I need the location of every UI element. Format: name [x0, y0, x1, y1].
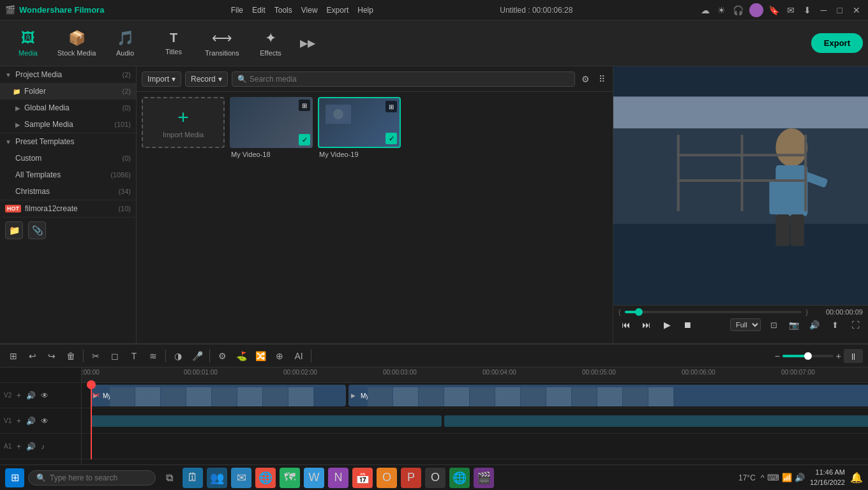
volume-button[interactable]: 🔊	[807, 317, 822, 332]
sidebar-item-filmora12[interactable]: HOT filmora12create (10)	[0, 200, 136, 217]
track-a1-mute[interactable]: 🔊	[25, 441, 37, 452]
video19-thumb[interactable]: ⊞ ✓	[318, 97, 401, 148]
delete-btn[interactable]: 🗑	[63, 348, 79, 364]
step-back-button[interactable]: ⏭	[639, 317, 654, 332]
sidebar-item-christmas[interactable]: Christmas (34)	[0, 183, 136, 200]
track-v1-eye[interactable]: 👁	[40, 415, 50, 427]
clip-video19[interactable]: ▶ My Video-19	[348, 385, 868, 406]
scrubber-track[interactable]	[625, 311, 802, 313]
crop-btn[interactable]: ◻	[107, 348, 123, 364]
pip-button[interactable]: ⊡	[766, 317, 781, 332]
minimize-button[interactable]: ─	[818, 5, 830, 15]
sidebar-add-btn[interactable]: 📎	[28, 221, 46, 239]
sidebar-item-all-templates[interactable]: All Templates (1086)	[0, 167, 136, 183]
scene-detect-btn[interactable]: ⊞	[5, 348, 22, 364]
notification-icon[interactable]: 🔔	[850, 471, 863, 484]
list-item[interactable]: ⊞ ✓ My Video-18	[230, 97, 313, 338]
sidebar-item-sample-media[interactable]: ▶ Sample Media (101)	[0, 116, 136, 133]
taskbar-app-maps[interactable]: 🗺	[280, 468, 300, 488]
sidebar-add-folder-btn[interactable]: 📁	[5, 221, 23, 239]
taskbar-clock[interactable]: 11:46 AM 12/16/2022	[810, 468, 845, 487]
track-v1-add[interactable]: +	[15, 415, 22, 427]
list-item[interactable]: + Import Media	[142, 97, 225, 338]
toolbar-transitions-btn[interactable]: ⟷ Transitions	[199, 23, 245, 64]
taskbar-app-mail[interactable]: ✉	[231, 468, 251, 488]
fullscreen-button[interactable]: ⛶	[848, 317, 863, 332]
taskbar-app-teams[interactable]: 👥	[207, 468, 227, 488]
toolbar-more-btn[interactable]: ▶▶	[296, 37, 319, 49]
zoom-out-icon[interactable]: −	[775, 351, 780, 361]
network-icon[interactable]: 📶	[782, 473, 792, 482]
snap-button[interactable]: ||	[844, 349, 863, 363]
track-v2-mute[interactable]: 🔊	[25, 390, 37, 401]
sidebar-item-project-media[interactable]: ▼ Project Media (2)	[0, 66, 136, 83]
stop-button[interactable]: ⏹	[680, 317, 695, 332]
taskbar-app-outlook-red[interactable]: 📅	[352, 468, 373, 488]
toolbar-stock-btn[interactable]: 📦 Stock Media	[54, 23, 100, 64]
skip-back-button[interactable]: ⏮	[618, 317, 634, 332]
mail-icon[interactable]: ✉	[785, 4, 797, 16]
cut-btn[interactable]: ✂	[87, 348, 104, 364]
track-v1-mute[interactable]: 🔊	[25, 415, 37, 427]
menu-view[interactable]: View	[301, 6, 318, 15]
start-button[interactable]: ⊞	[5, 468, 24, 487]
maximize-button[interactable]: □	[835, 5, 845, 15]
share-button[interactable]: ⬆	[827, 317, 842, 332]
taskbar-app-edge[interactable]: 🗓	[183, 468, 203, 488]
playhead[interactable]: ✂	[91, 383, 92, 459]
stabilize-btn[interactable]: ⊕	[271, 348, 288, 364]
audio-clip-1[interactable]	[91, 415, 442, 427]
play-button[interactable]: ▶	[659, 317, 675, 332]
import-media-thumb[interactable]: + Import Media	[142, 97, 225, 148]
audio-adjust-btn[interactable]: ≋	[145, 348, 161, 364]
cloud-icon[interactable]: ☁	[700, 4, 711, 16]
chevron-icon[interactable]: ^	[761, 473, 765, 482]
taskbar-app-edge2[interactable]: 🌐	[255, 468, 276, 488]
menu-tools[interactable]: Tools	[274, 6, 292, 15]
sidebar-item-global-media[interactable]: ▶ Global Media (0)	[0, 100, 136, 116]
scrubber-thumb[interactable]	[635, 308, 643, 316]
motion-btn[interactable]: 🔀	[252, 348, 269, 364]
export-button[interactable]: Export	[811, 33, 863, 53]
headset-icon[interactable]: 🎧	[733, 4, 744, 16]
quality-select[interactable]: Full 1/2 1/4	[730, 318, 761, 331]
taskview-button[interactable]: ⧉	[160, 468, 179, 487]
zoom-in-icon[interactable]: +	[836, 351, 841, 361]
sidebar-item-folder[interactable]: 📁 Folder (2)	[0, 83, 136, 100]
sun-icon[interactable]: ☀	[716, 4, 728, 16]
import-button[interactable]: Import ▾	[142, 71, 181, 87]
taskbar-app-onenote[interactable]: N	[328, 468, 348, 488]
clip-video18[interactable]: ▶ My Video-18	[91, 385, 346, 406]
toolbar-audio-btn[interactable]: 🎵 Audio	[102, 23, 148, 64]
toolbar-media-btn[interactable]: 🖼 Media	[5, 23, 51, 64]
user-avatar[interactable]	[749, 3, 763, 17]
color-btn[interactable]: ◑	[170, 348, 186, 364]
search-media-input[interactable]	[250, 75, 569, 84]
taskbar-search-input[interactable]	[50, 473, 139, 482]
track-v2-add[interactable]: +	[15, 390, 22, 401]
close-button[interactable]: ✕	[850, 5, 863, 15]
redo-btn[interactable]: ↪	[43, 348, 60, 364]
bookmark-icon[interactable]: 🔖	[768, 4, 780, 16]
track-a1-eye[interactable]: ♪	[40, 441, 46, 452]
ai-btn[interactable]: AI	[290, 348, 307, 364]
audio-clip-2[interactable]	[444, 415, 868, 427]
menu-export[interactable]: Export	[327, 6, 349, 15]
zoom-thumb[interactable]	[804, 352, 812, 360]
zoom-track[interactable]	[782, 355, 834, 357]
sidebar-item-custom[interactable]: Custom (0)	[0, 150, 136, 167]
taskbar-app-chrome[interactable]: 🌐	[449, 468, 470, 488]
video18-thumb[interactable]: ⊞ ✓	[230, 97, 313, 148]
taskbar-app-powerpoint[interactable]: P	[401, 468, 421, 488]
voice-btn[interactable]: 🎤	[189, 348, 206, 364]
marker-btn[interactable]: ⛳	[233, 348, 250, 364]
taskbar-app-filmora[interactable]: 🎬	[474, 468, 494, 488]
menu-file[interactable]: File	[231, 6, 243, 15]
filter-button[interactable]: ⚙	[579, 73, 592, 85]
speed-btn[interactable]: ⚙	[214, 348, 230, 364]
track-v2-eye[interactable]: 👁	[40, 390, 50, 401]
media-more-button[interactable]: ⠿	[596, 73, 608, 85]
undo-btn[interactable]: ↩	[24, 348, 41, 364]
sidebar-item-preset-templates[interactable]: ▼ Preset Templates	[0, 133, 136, 150]
keyboard-icon[interactable]: ⌨	[767, 473, 779, 482]
